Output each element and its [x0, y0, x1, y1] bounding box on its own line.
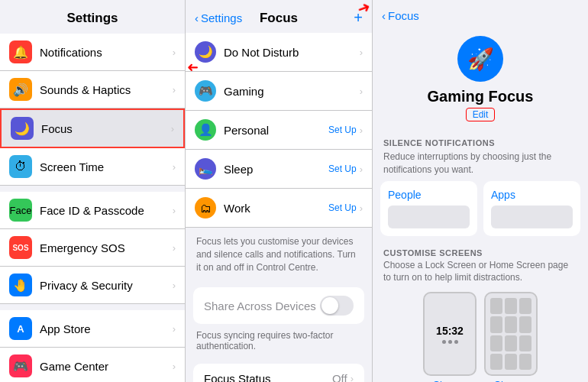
app-cell-5: [505, 316, 517, 332]
screentime-label: Screen Time: [40, 160, 173, 173]
sos-icon: SOS: [9, 236, 32, 259]
people-card[interactable]: People: [380, 181, 477, 236]
app-cell-3: [519, 298, 531, 314]
settings-item-sounds[interactable]: 🔊 Sounds & Haptics ›: [0, 71, 185, 108]
focus-item-sleep[interactable]: 🛌 Sleep Set Up ›: [186, 150, 372, 189]
focus-item-work[interactable]: 🗂 Work Set Up ›: [186, 189, 372, 228]
privacy-label: Privacy & Security: [40, 279, 173, 292]
focus-back-button[interactable]: ‹ Focus: [382, 9, 419, 22]
app-cell-1: [490, 298, 502, 314]
app-cell-7: [490, 335, 502, 351]
edit-button[interactable]: Edit: [466, 108, 496, 121]
gaming-focus-icon: 🚀: [457, 36, 503, 82]
apps-card[interactable]: Apps: [483, 181, 580, 236]
faceid-label: Face ID & Passcode: [40, 204, 173, 217]
app-cell-4: [490, 316, 502, 332]
app-cell-9: [519, 335, 531, 351]
settings-item-notifications[interactable]: 🔔 Notifications ›: [0, 34, 185, 71]
sleep-action: Set Up: [328, 163, 357, 174]
focus-status-label: Focus Status: [204, 372, 332, 382]
chevron-icon: ›: [360, 163, 363, 175]
back-chevron-icon: ‹: [382, 9, 386, 22]
chevron-icon: ›: [171, 123, 174, 134]
share-across-devices-row[interactable]: Share Across Devices: [193, 287, 364, 324]
back-label: Focus: [388, 9, 419, 22]
screentime-icon: ⏱: [9, 155, 32, 178]
settings-item-gamecenter[interactable]: 🎮 Game Center ›: [0, 348, 185, 382]
settings-item-privacy[interactable]: 🤚 Privacy & Security ›: [0, 267, 185, 304]
focus-header: ‹ Settings Focus + ➜: [186, 0, 372, 33]
home-screen-frame: [484, 292, 538, 376]
settings-title: Settings: [0, 0, 185, 34]
gaming-label: Gaming: [224, 85, 360, 98]
apps-label: Apps: [491, 189, 573, 201]
personal-label: Personal: [224, 124, 328, 137]
personal-icon: 👤: [195, 119, 216, 141]
focus-items: 🌙 Do Not Disturb › 🎮 Gaming › 👤 Personal…: [186, 33, 372, 228]
silence-description: Reduce interruptions by choosing just th…: [373, 151, 588, 181]
silence-section-header: SILENCE NOTIFICATIONS: [373, 128, 588, 151]
lock-screen-frame: 15:32: [423, 292, 477, 376]
app-cell-2: [505, 298, 517, 314]
settings-back-button[interactable]: ‹ Settings: [195, 11, 242, 24]
gaming-focus-column: ‹ Focus 🚀 Gaming Focus Edit SILENCE NOTI…: [373, 0, 588, 382]
chevron-icon: ›: [360, 47, 363, 58]
app-cell-12: [519, 354, 531, 370]
chevron-icon: ›: [173, 47, 176, 58]
sounds-label: Sounds & Haptics: [40, 83, 173, 96]
people-apps-row: People Apps: [373, 181, 588, 244]
settings-item-focus[interactable]: 🌙 Focus ›: [0, 108, 185, 148]
app-cell-6: [519, 316, 531, 332]
share-description: Focus syncing requires two-factor authen…: [186, 327, 372, 358]
customise-description: Choose a Lock Screen or Home Screen page…: [380, 259, 580, 293]
focus-status-row[interactable]: Focus Status Off ›: [193, 364, 364, 382]
add-focus-button[interactable]: +: [354, 9, 363, 27]
focus-item-personal[interactable]: 👤 Personal Set Up ›: [186, 111, 372, 150]
chevron-icon: ›: [173, 205, 176, 216]
settings-item-appstore[interactable]: A App Store ›: [0, 310, 185, 348]
work-action: Set Up: [328, 202, 357, 213]
settings-item-screentime[interactable]: ⏱ Screen Time ›: [0, 148, 185, 186]
lock-screen-time: 15:32: [436, 325, 464, 337]
chevron-icon: ›: [360, 86, 363, 97]
people-label: People: [388, 189, 470, 201]
focus-list-container: ➜ 🌙 Do Not Disturb › 🎮 Gaming › 👤 Person…: [186, 33, 372, 382]
chevron-icon: ›: [173, 242, 176, 254]
people-placeholder: [388, 206, 470, 228]
back-chevron-icon: ‹: [195, 11, 199, 24]
share-toggle[interactable]: [320, 296, 354, 316]
chevron-icon: ›: [351, 373, 354, 382]
focus-icon: 🌙: [11, 117, 34, 140]
gamecenter-label: Game Center: [40, 360, 173, 373]
gaming-focus-title: Gaming Focus: [428, 88, 534, 105]
dot-1: [442, 340, 446, 344]
chevron-icon: ›: [173, 361, 176, 372]
notifications-label: Notifications: [40, 46, 173, 59]
appstore-label: App Store: [40, 322, 173, 335]
home-screen-mockup: Choose: [484, 292, 538, 382]
privacy-icon: 🤚: [9, 274, 32, 296]
share-label: Share Across Devices: [204, 299, 320, 312]
focus-title: Focus: [260, 11, 298, 26]
screens-section: Choose a Lock Screen or Home Screen page…: [373, 259, 588, 382]
app-cell-10: [490, 354, 502, 370]
lock-screen-dots: [442, 340, 458, 344]
screens-preview: 15:32 Choose: [380, 292, 580, 382]
settings-item-sos[interactable]: SOS Emergency SOS ›: [0, 229, 185, 267]
lock-screen-choose-button[interactable]: Choose: [433, 379, 467, 382]
app-cell-11: [505, 354, 517, 370]
chevron-icon: ›: [173, 161, 176, 173]
settings-item-faceid[interactable]: Face Face ID & Passcode ›: [0, 192, 185, 229]
sleep-label: Sleep: [224, 163, 328, 176]
focus-item-dnd[interactable]: 🌙 Do Not Disturb ›: [186, 33, 372, 72]
notifications-icon: 🔔: [9, 40, 32, 63]
focus-label: Focus: [41, 122, 171, 135]
home-screen-choose-button[interactable]: Choose: [494, 379, 528, 382]
focus-description: Focus lets you customise your devices an…: [186, 228, 372, 281]
settings-list: 🔔 Notifications › 🔊 Sounds & Haptics › 🌙…: [0, 34, 185, 382]
chevron-icon: ›: [173, 84, 176, 96]
sounds-icon: 🔊: [9, 78, 32, 101]
focus-item-gaming[interactable]: 🎮 Gaming ›: [186, 72, 372, 111]
dot-2: [448, 340, 452, 344]
appstore-icon: A: [9, 317, 32, 340]
